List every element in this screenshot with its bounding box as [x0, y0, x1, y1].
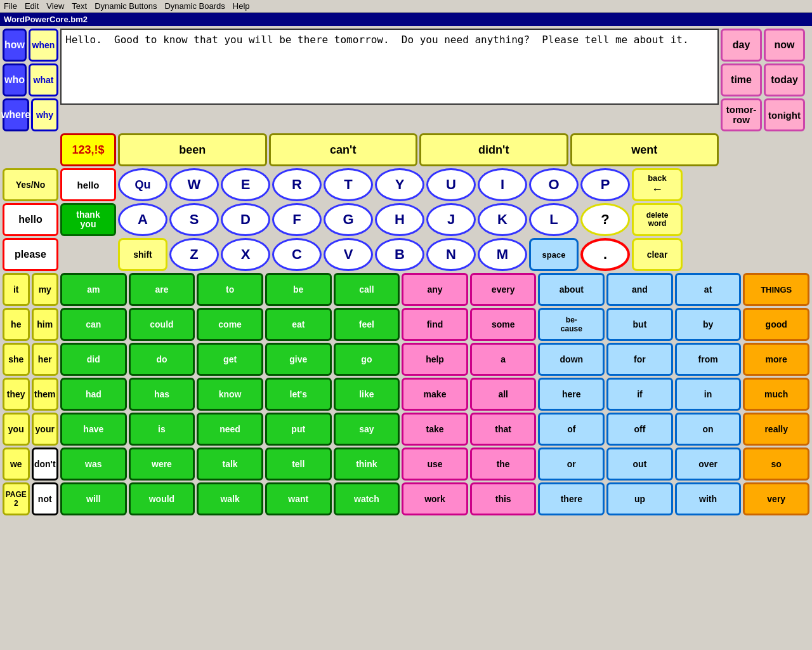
btn-hello[interactable]: hello	[3, 203, 58, 236]
btn-go[interactable]: go	[334, 343, 400, 376]
btn-of[interactable]: of	[538, 413, 605, 446]
btn-come[interactable]: come	[197, 308, 263, 341]
btn-123[interactable]: 123,!$	[60, 133, 116, 166]
btn-watch[interactable]: watch	[334, 482, 400, 515]
btn-your[interactable]: your	[32, 413, 59, 446]
btn-make[interactable]: make	[402, 378, 468, 411]
btn-really[interactable]: really	[743, 413, 809, 446]
btn-hello2[interactable]: hello	[60, 168, 116, 201]
btn-thankyou[interactable]: thankyou	[60, 203, 116, 236]
btn-and[interactable]: and	[606, 273, 673, 306]
btn-you[interactable]: you	[3, 413, 30, 446]
btn-every[interactable]: every	[470, 273, 537, 306]
key-o[interactable]: O	[529, 168, 579, 201]
btn-here[interactable]: here	[538, 378, 605, 411]
btn-now[interactable]: now	[764, 29, 805, 62]
btn-get[interactable]: get	[197, 343, 263, 376]
btn-about[interactable]: about	[538, 273, 605, 306]
btn-why[interactable]: why	[31, 98, 58, 131]
key-period[interactable]: .	[580, 238, 630, 271]
btn-today[interactable]: today	[764, 63, 805, 96]
btn-her[interactable]: her	[32, 343, 59, 376]
btn-had[interactable]: had	[60, 378, 127, 411]
key-b[interactable]: B	[375, 238, 424, 271]
btn-when[interactable]: who	[3, 63, 27, 96]
btn-in[interactable]: in	[675, 378, 742, 411]
btn-over[interactable]: over	[675, 448, 742, 481]
btn-some[interactable]: some	[470, 308, 537, 341]
menu-view[interactable]: View	[46, 1, 64, 11]
btn-where[interactable]: what	[29, 63, 58, 96]
btn-space[interactable]: space	[529, 238, 579, 271]
btn-how[interactable]: how	[3, 29, 27, 62]
key-h[interactable]: H	[375, 203, 424, 236]
btn-walk[interactable]: walk	[197, 482, 263, 515]
btn-he[interactable]: he	[3, 308, 30, 341]
btn-the[interactable]: the	[470, 448, 537, 481]
btn-him[interactable]: him	[32, 308, 59, 341]
btn-didnt[interactable]: didn't	[419, 133, 568, 166]
btn-are[interactable]: are	[129, 273, 195, 306]
btn-do[interactable]: do	[129, 343, 195, 376]
btn-to[interactable]: to	[197, 273, 263, 306]
key-f[interactable]: F	[272, 203, 322, 236]
btn-time[interactable]: time	[721, 63, 762, 96]
key-v[interactable]: V	[324, 238, 373, 271]
menu-help[interactable]: Help	[233, 1, 250, 11]
btn-help[interactable]: help	[402, 343, 468, 376]
btn-any[interactable]: any	[402, 273, 468, 306]
btn-they[interactable]: they	[3, 378, 30, 411]
btn-use[interactable]: use	[402, 448, 468, 481]
btn-been[interactable]: been	[118, 133, 267, 166]
btn-because[interactable]: be-cause	[538, 308, 605, 341]
btn-off[interactable]: off	[606, 413, 673, 446]
btn-my[interactable]: my	[32, 273, 59, 306]
btn-page2[interactable]: PAGE 2	[3, 482, 30, 515]
btn-would[interactable]: would	[129, 482, 195, 515]
btn-by[interactable]: by	[675, 308, 742, 341]
btn-could[interactable]: could	[129, 308, 195, 341]
btn-will[interactable]: will	[60, 482, 127, 515]
btn-all[interactable]: all	[470, 378, 537, 411]
btn-say[interactable]: say	[334, 413, 400, 446]
btn-we[interactable]: we	[3, 448, 30, 481]
key-qu[interactable]: Qu	[118, 168, 167, 201]
key-i[interactable]: I	[478, 168, 527, 201]
menu-edit[interactable]: Edit	[25, 1, 39, 11]
btn-lets[interactable]: let's	[265, 378, 332, 411]
btn-on[interactable]: on	[675, 413, 742, 446]
btn-not[interactable]: not	[32, 482, 59, 515]
btn-eat[interactable]: eat	[265, 308, 332, 341]
btn-clear[interactable]: clear	[632, 238, 683, 271]
btn-very[interactable]: very	[743, 482, 809, 515]
btn-tell[interactable]: tell	[265, 448, 332, 481]
key-l[interactable]: L	[529, 203, 579, 236]
btn-for[interactable]: for	[606, 343, 673, 376]
btn-out[interactable]: out	[606, 448, 673, 481]
btn-take[interactable]: take	[402, 413, 468, 446]
btn-cant[interactable]: can't	[269, 133, 418, 166]
btn-that[interactable]: that	[470, 413, 537, 446]
btn-has[interactable]: has	[129, 378, 195, 411]
key-c[interactable]: C	[272, 238, 322, 271]
btn-give[interactable]: give	[265, 343, 332, 376]
key-k[interactable]: K	[478, 203, 527, 236]
output-textarea[interactable]: Hello. Good to know that you will be the…	[60, 29, 719, 105]
key-m[interactable]: M	[478, 238, 527, 271]
btn-feel[interactable]: feel	[334, 308, 400, 341]
menu-dynamic-boards[interactable]: Dynamic Boards	[164, 1, 225, 11]
key-z[interactable]: Z	[169, 238, 219, 271]
key-question[interactable]: ?	[580, 203, 630, 236]
btn-need[interactable]: need	[197, 413, 263, 446]
key-s[interactable]: S	[169, 203, 219, 236]
btn-be[interactable]: be	[265, 273, 332, 306]
key-e[interactable]: E	[221, 168, 270, 201]
key-u[interactable]: U	[426, 168, 476, 201]
btn-at[interactable]: at	[675, 273, 742, 306]
btn-who[interactable]: where	[3, 98, 29, 131]
btn-can[interactable]: can	[60, 308, 127, 341]
btn-tonight[interactable]: tonight	[764, 98, 805, 131]
btn-please[interactable]: please	[3, 238, 58, 271]
btn-from[interactable]: from	[675, 343, 742, 376]
btn-want[interactable]: want	[265, 482, 332, 515]
